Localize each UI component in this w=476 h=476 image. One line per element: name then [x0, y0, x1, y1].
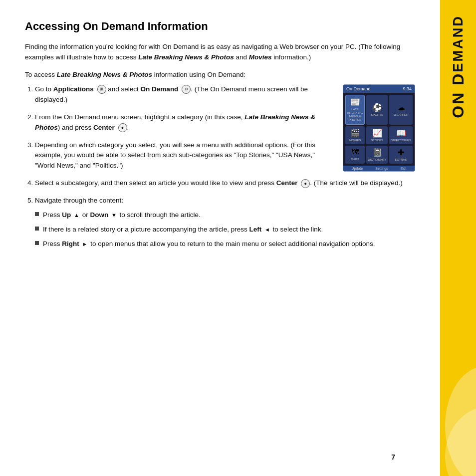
directories-icon: 📖 — [396, 128, 406, 138]
navigate-sublist: Press Up ▲ or Down ▼ to scroll through t… — [35, 210, 415, 249]
nav-item-updown: Press Up ▲ or Down ▼ to scroll through t… — [35, 210, 415, 221]
screen-cell-maps: 🗺 MAPS — [345, 146, 365, 164]
step-2-italic: Late Breaking News & Photos — [35, 113, 315, 131]
step-4: Select a subcategory, and then select an… — [35, 178, 415, 189]
steps-area: On Demand 9:34 📰 LATE BREAKING NEWS & PH… — [25, 84, 415, 256]
screenshot-float: On Demand 9:34 📰 LATE BREAKING NEWS & PH… — [343, 84, 415, 172]
step-2-text: From the On Demand menu screen, highligh… — [35, 113, 315, 131]
intro-paragraph: Finding the information you’re looking f… — [25, 42, 415, 63]
stocks-label: STOCKS — [371, 139, 383, 142]
step-5: Navigate through the content: Press Up ▲… — [35, 196, 415, 249]
screen-cell-directories: 📖 DIRECTORIES — [389, 126, 413, 144]
late-breaking-icon: 📰 — [350, 97, 360, 107]
dictionary-icon: 📓 — [372, 148, 382, 157]
nav-item-left: If there is a related story or a picture… — [35, 225, 415, 235]
screen-title: On Demand — [346, 86, 371, 91]
screen-cell-movies: 🎬 MOVIES — [345, 126, 365, 144]
main-content: Accessing On Demand Information Finding … — [0, 0, 440, 476]
left-label: Left — [249, 226, 261, 233]
step-3-text: Depending on which category you select, … — [35, 141, 315, 170]
right-sidebar: On Demand — [440, 0, 476, 476]
sports-label: SPORTS — [371, 113, 383, 117]
movies-label: MOVIES — [349, 139, 361, 142]
bullet-2 — [35, 227, 39, 231]
up-label: Up — [62, 211, 71, 219]
step-4-text: Select a subcategory, and then select an… — [35, 179, 403, 187]
bullet-1 — [35, 212, 39, 216]
sidebar-decoration — [440, 326, 476, 476]
directories-label: DIRECTORIES — [391, 139, 411, 142]
down-label: Down — [90, 211, 108, 219]
screen-cell-sports: ⚽ SPORTS — [366, 95, 388, 125]
screen-time: 9:34 — [403, 86, 412, 91]
down-arrow-icon: ▼ — [111, 211, 117, 220]
page-number: 7 — [391, 453, 395, 461]
screen-btn-update: Update — [352, 167, 363, 170]
page-title: Accessing On Demand Information — [25, 20, 415, 33]
up-arrow-icon: ▲ — [74, 211, 79, 220]
weather-label: WEATHER — [394, 113, 409, 117]
sidebar-title: On Demand — [449, 15, 468, 118]
maps-label: MAPS — [351, 158, 359, 161]
intro-italic2: Movies — [249, 53, 272, 61]
screen-btn-exit: Exit — [401, 167, 407, 170]
left-arrow-icon: ◄ — [264, 226, 270, 234]
screen-cell-late-breaking: 📰 LATE BREAKING NEWS & PHOTOS — [345, 95, 365, 125]
on-demand-label: On Demand — [141, 85, 179, 93]
access-label: To access Late Breaking News & Photos in… — [25, 71, 415, 78]
applications-icon: ⊞ — [97, 85, 106, 94]
on-demand-icon: ⊙ — [182, 85, 191, 94]
screen-cell-stocks: 📈 STOCKS — [366, 126, 388, 144]
right-label: Right — [62, 240, 79, 247]
sports-icon: ⚽ — [372, 103, 382, 112]
nav-left-text: If there is a related story or a picture… — [43, 225, 323, 235]
weather-icon: ☁ — [397, 103, 405, 112]
nav-right-text: Press Right ► to open menus that allow y… — [43, 239, 375, 249]
step-1-text: Go to Applications ⊞ and select On Deman… — [35, 85, 308, 103]
center-button-icon: ● — [118, 123, 127, 132]
step-4-center: Center — [276, 179, 298, 187]
applications-label: Applications — [53, 85, 94, 93]
screen-btn-settings: Settings — [375, 167, 388, 170]
intro-text-mid: and — [234, 53, 249, 61]
right-arrow-icon: ► — [82, 240, 88, 248]
screen-header: On Demand 9:34 — [343, 85, 415, 93]
screen-cell-extras: ✚ EXTRAS — [389, 146, 413, 164]
extras-label: EXTRAS — [395, 158, 407, 162]
screen-footer: Update Settings Exit — [343, 166, 415, 171]
late-breaking-label: LATE BREAKING NEWS & PHOTOS — [347, 108, 363, 122]
screen-grid: 📰 LATE BREAKING NEWS & PHOTOS ⚽ SPORTS ☁… — [343, 93, 415, 166]
nav-updown-text: Press Up ▲ or Down ▼ to scroll through t… — [43, 210, 201, 221]
movies-icon: 🎬 — [350, 128, 360, 138]
bullet-3 — [35, 241, 39, 245]
sidebar-on: On Demand — [449, 15, 467, 118]
step-5-text: Navigate through the content: — [35, 197, 123, 204]
maps-icon: 🗺 — [351, 148, 359, 157]
extras-icon: ✚ — [398, 148, 404, 157]
dictionary-label: DICTIONARY — [368, 158, 386, 162]
intro-text-end: information.) — [271, 53, 311, 61]
intro-italic1: Late Breaking News & Photos — [138, 53, 234, 61]
screen-cell-dictionary: 📓 DICTIONARY — [366, 146, 388, 164]
stocks-icon: 📈 — [372, 128, 382, 138]
nav-item-right: Press Right ► to open menus that allow y… — [35, 239, 415, 249]
center-button-icon-2: ● — [301, 179, 310, 188]
step-2-center: Center — [93, 124, 115, 131]
screen-cell-weather: ☁ WEATHER — [389, 95, 413, 125]
screen-image: On Demand 9:34 📰 LATE BREAKING NEWS & PH… — [343, 84, 415, 172]
